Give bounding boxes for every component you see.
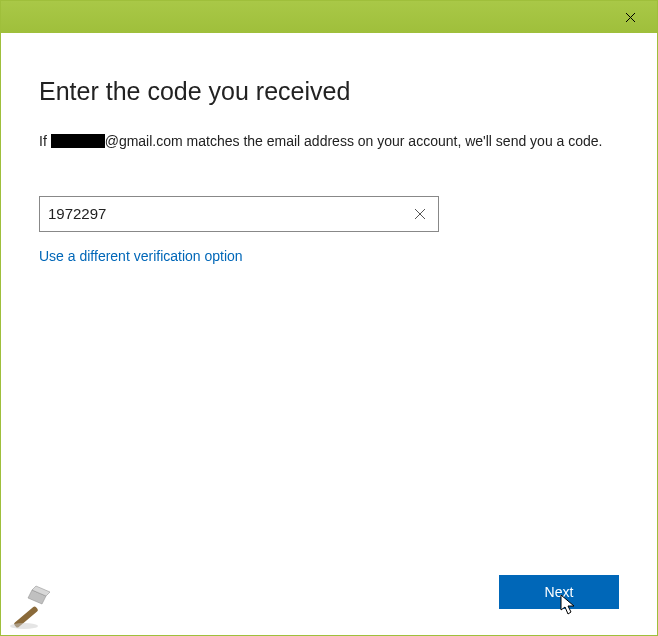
clear-input-button[interactable] [410, 204, 430, 224]
alternate-verification-link[interactable]: Use a different verification option [39, 248, 619, 264]
redacted-email-local [51, 134, 105, 148]
desc-email-domain: @gmail.com [105, 133, 183, 149]
title-bar [1, 1, 657, 33]
close-icon [625, 12, 636, 23]
page-title: Enter the code you received [39, 77, 619, 106]
close-button[interactable] [615, 2, 645, 32]
instruction-text: If @gmail.com matches the email address … [39, 132, 619, 152]
desc-suffix: matches the email address on your accoun… [183, 133, 603, 149]
x-icon [414, 208, 426, 220]
dialog-window: Enter the code you received If @gmail.co… [0, 0, 658, 636]
code-input[interactable] [48, 197, 410, 231]
code-input-container [39, 196, 439, 232]
desc-prefix: If [39, 133, 51, 149]
dialog-footer: Next [499, 575, 619, 609]
next-button[interactable]: Next [499, 575, 619, 609]
dialog-content: Enter the code you received If @gmail.co… [1, 33, 657, 635]
